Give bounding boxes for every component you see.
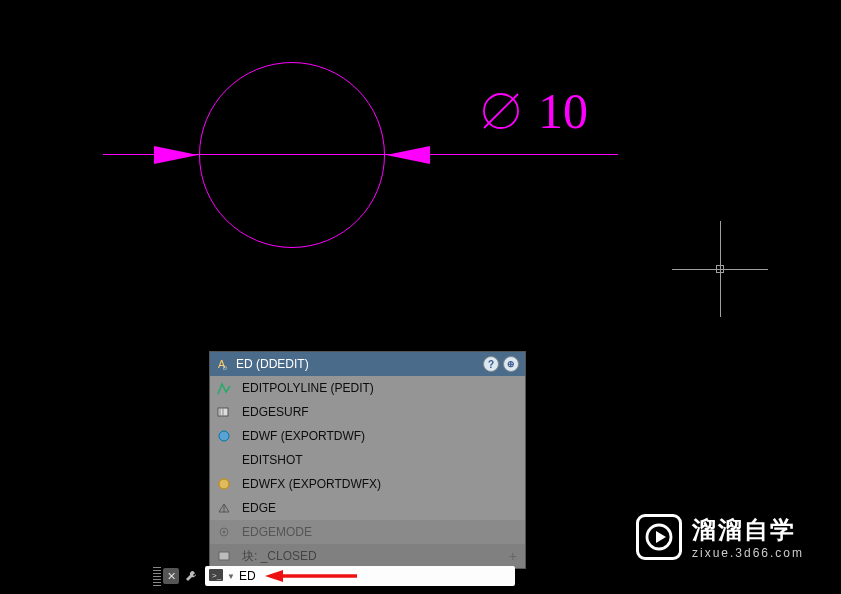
svg-marker-20 bbox=[656, 531, 666, 543]
brand-logo-icon bbox=[636, 514, 682, 560]
autocomplete-item[interactable]: EDITPOLYLINE (PEDIT) bbox=[210, 376, 525, 400]
svg-text:>_: >_ bbox=[212, 571, 222, 580]
command-input[interactable] bbox=[239, 569, 289, 583]
empty-icon bbox=[216, 452, 232, 468]
expand-icon[interactable]: + bbox=[509, 548, 517, 564]
autocomplete-item-label: EDGEMODE bbox=[242, 525, 312, 539]
crosshair-cursor bbox=[672, 221, 768, 317]
brand-title: 溜溜自学 bbox=[692, 514, 804, 546]
dimension-value: 10 bbox=[538, 82, 588, 140]
wrench-icon[interactable] bbox=[183, 568, 199, 584]
autocomplete-item[interactable]: EDGESURF bbox=[210, 400, 525, 424]
autocomplete-item[interactable]: EDWF (EXPORTDWF) bbox=[210, 424, 525, 448]
command-input-wrap[interactable]: >_ ▼ bbox=[205, 566, 515, 586]
autocomplete-item[interactable]: EDWFX (EXPORTDWFX) bbox=[210, 472, 525, 496]
edge-icon bbox=[216, 500, 232, 516]
prompt-icon: >_ bbox=[209, 569, 225, 583]
autocomplete-header-label: ED (DDEDIT) bbox=[236, 357, 309, 371]
drag-handle[interactable] bbox=[153, 566, 161, 586]
autocomplete-item[interactable]: EDGE bbox=[210, 496, 525, 520]
edgesurf-icon bbox=[216, 404, 232, 420]
close-icon[interactable]: ✕ bbox=[163, 568, 179, 584]
brand-subtitle: zixue.3d66.com bbox=[692, 546, 804, 560]
command-bar: ✕ >_ ▼ bbox=[153, 565, 515, 587]
gear-icon bbox=[216, 524, 232, 540]
autocomplete-item-label: EDWF (EXPORTDWF) bbox=[242, 429, 365, 443]
autocomplete-item-label: EDWFX (EXPORTDWFX) bbox=[242, 477, 381, 491]
autocomplete-item-label: EDITPOLYLINE (PEDIT) bbox=[242, 381, 374, 395]
dwf-icon bbox=[216, 428, 232, 444]
autocomplete-item[interactable]: EDITSHOT bbox=[210, 448, 525, 472]
watermark: 溜溜自学 zixue.3d66.com bbox=[614, 494, 826, 579]
autocomplete-item-disabled[interactable]: EDGEMODE bbox=[210, 520, 525, 544]
globe-help-icon[interactable]: ⊕ bbox=[503, 356, 519, 372]
polyline-icon bbox=[216, 380, 232, 396]
chevron-down-icon[interactable]: ▼ bbox=[227, 572, 235, 581]
svg-text:b: b bbox=[223, 364, 227, 371]
ddedit-icon: Ab bbox=[216, 356, 232, 372]
drawn-circle bbox=[199, 62, 385, 248]
autocomplete-item-label: EDGE bbox=[242, 501, 276, 515]
command-autocomplete-popup: Ab ED (DDEDIT) ? ⊕ EDITPOLYLINE (PEDIT) … bbox=[209, 351, 526, 569]
diameter-symbol bbox=[480, 90, 522, 132]
dim-arrow-right bbox=[386, 146, 430, 164]
autocomplete-footer-label: 块: _CLOSED bbox=[242, 548, 317, 565]
help-icon[interactable]: ? bbox=[483, 356, 499, 372]
autocomplete-selected-item[interactable]: Ab ED (DDEDIT) ? ⊕ bbox=[210, 352, 525, 376]
svg-point-13 bbox=[223, 531, 226, 534]
svg-rect-14 bbox=[219, 552, 229, 560]
dim-arrow-left bbox=[154, 146, 198, 164]
autocomplete-item-label: EDITSHOT bbox=[242, 453, 303, 467]
block-icon bbox=[216, 548, 232, 564]
dwfx-icon bbox=[216, 476, 232, 492]
autocomplete-item-label: EDGESURF bbox=[242, 405, 309, 419]
